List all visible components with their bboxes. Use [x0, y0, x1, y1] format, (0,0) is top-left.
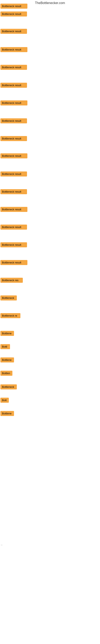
bottleneck-badge-15[interactable]: Bottleneck result [0, 242, 27, 247]
bottleneck-item-16: Bottleneck result [0, 260, 27, 266]
bottleneck-item-14: Bottleneck result [0, 224, 27, 230]
bottleneck-item-13: Bottleneck result [0, 207, 27, 213]
bottleneck-badge-8[interactable]: Bottleneck result [0, 118, 27, 123]
bottleneck-badge-12[interactable]: Bottleneck result [0, 189, 27, 194]
bottleneck-item-3: Bottleneck result [0, 29, 27, 34]
bottleneck-badge-21[interactable]: Bottl [0, 344, 10, 349]
bottleneck-badge-4[interactable]: Bottleneck result [0, 47, 27, 52]
bottleneck-badge-20[interactable]: Bottlene [0, 331, 14, 336]
bottleneck-badge-5[interactable]: Bottleneck result [0, 65, 27, 70]
bottleneck-item-9: Bottleneck result [0, 136, 27, 142]
bottleneck-badge-6[interactable]: Bottleneck result [0, 83, 27, 88]
bottleneck-badge-26[interactable]: Bottlene [0, 411, 14, 416]
bottleneck-badge-1[interactable]: Bottleneck result [0, 4, 27, 9]
bottleneck-item-23: Bottlen [0, 371, 12, 376]
bottleneck-item-18: Bottleneck [0, 296, 17, 301]
bottleneck-item-6: Bottleneck result [0, 83, 27, 88]
bottleneck-badge-22[interactable]: Bottlene [0, 358, 14, 362]
bottleneck-badge-11[interactable]: Bottleneck result [0, 172, 27, 176]
bottleneck-item-12: Bottleneck result [0, 189, 27, 195]
bottleneck-badge-23[interactable]: Bottlen [0, 371, 12, 376]
bottleneck-item-24: Bottleneck [0, 384, 17, 390]
bottleneck-item-20: Bottlene [0, 331, 14, 337]
bottleneck-badge-2[interactable]: Bottleneck result [0, 12, 27, 16]
bottleneck-item-21: Bottl [0, 344, 10, 350]
bottleneck-badge-14[interactable]: Bottleneck result [0, 224, 27, 230]
bottleneck-item-4: Bottleneck result [0, 47, 27, 53]
bottleneck-badge-17[interactable]: Bottleneck res [0, 278, 23, 283]
bottleneck-item-22: Bottlene [0, 358, 14, 363]
bottleneck-item-10: Bottleneck result [0, 153, 27, 159]
bottleneck-item-19: Bottleneck re [0, 313, 20, 319]
bottleneck-badge-18[interactable]: Bottleneck [0, 296, 17, 300]
bottleneck-badge-9[interactable]: Bottleneck result [0, 136, 27, 141]
bottleneck-item-17: Bottleneck res [0, 278, 23, 284]
bottleneck-item-26: Bottlene [0, 411, 14, 417]
dots-indicator: ... [1, 544, 2, 546]
bottleneck-badge-16[interactable]: Bottleneck result [0, 260, 27, 265]
bottleneck-badge-13[interactable]: Bottleneck result [0, 207, 27, 212]
bottleneck-badge-19[interactable]: Bottleneck re [0, 313, 20, 318]
bottleneck-item-7: Bottleneck result [0, 100, 27, 106]
bottleneck-badge-25[interactable]: Bott [0, 398, 9, 403]
bottleneck-item-5: Bottleneck result [0, 65, 27, 71]
bottleneck-badge-7[interactable]: Bottleneck result [0, 100, 27, 106]
bottleneck-item-25: Bott [0, 398, 9, 404]
bottleneck-badge-3[interactable]: Bottleneck result [0, 29, 27, 34]
bottleneck-item-1: Bottleneck result [0, 4, 27, 10]
bottleneck-item-15: Bottleneck result [0, 242, 27, 248]
bottleneck-badge-24[interactable]: Bottleneck [0, 384, 17, 390]
bottleneck-item-11: Bottleneck result [0, 172, 27, 177]
bottleneck-item-8: Bottleneck result [0, 118, 27, 124]
bottleneck-item-2: Bottleneck result [0, 12, 27, 17]
bottleneck-badge-10[interactable]: Bottleneck result [0, 153, 27, 158]
page-wrapper: TheBottlenecker.com Bottleneck resultBot… [0, 0, 100, 644]
